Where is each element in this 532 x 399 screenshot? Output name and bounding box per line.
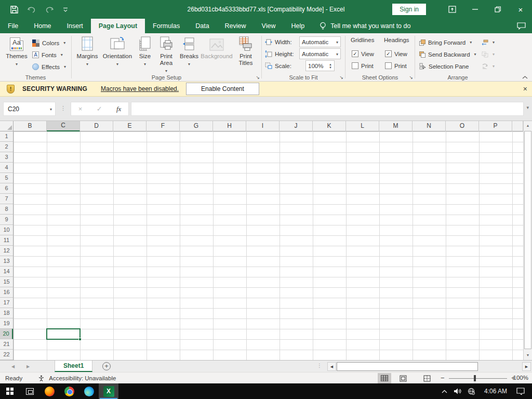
page-layout-view-button[interactable] bbox=[396, 373, 410, 383]
row-header-1[interactable]: 1 bbox=[0, 131, 13, 142]
close-button[interactable]: × bbox=[509, 0, 532, 19]
scale-spinner[interactable]: 100% ▲▼ bbox=[305, 60, 335, 71]
new-sheet-button[interactable]: + bbox=[102, 362, 111, 370]
taskbar-edge[interactable] bbox=[79, 383, 99, 399]
taskbar-excel[interactable]: X bbox=[99, 383, 118, 399]
row-header-22[interactable]: 22 bbox=[0, 350, 13, 360]
page-break-preview-button[interactable] bbox=[420, 373, 434, 383]
theme-colors-button[interactable]: Colors▾ bbox=[32, 37, 65, 48]
zoom-slider[interactable] bbox=[449, 378, 507, 379]
row-header-3[interactable]: 3 bbox=[0, 152, 13, 163]
column-header-O[interactable]: O bbox=[446, 121, 479, 131]
row-header-13[interactable]: 13 bbox=[0, 256, 13, 267]
row-header-19[interactable]: 19 bbox=[0, 318, 13, 329]
select-all-corner[interactable] bbox=[0, 121, 14, 131]
comments-icon[interactable] bbox=[517, 19, 526, 33]
sheet-tab-sheet1[interactable]: Sheet1 bbox=[55, 361, 92, 372]
accessibility-status[interactable]: Accessibility: Unavailable bbox=[49, 375, 116, 381]
row-header-2[interactable]: 2 bbox=[0, 142, 13, 152]
row-header-5[interactable]: 5 bbox=[0, 173, 13, 183]
selection-pane-button[interactable]: Selection Pane bbox=[419, 61, 469, 72]
print-titles-button[interactable]: Print Titles bbox=[234, 35, 258, 66]
row-header-15[interactable]: 15 bbox=[0, 277, 13, 287]
tab-help[interactable]: Help bbox=[283, 19, 312, 33]
row-header-12[interactable]: 12 bbox=[0, 246, 13, 256]
tab-strip-splitter[interactable]: ⋮ bbox=[317, 363, 322, 368]
row-header-10[interactable]: 10 bbox=[0, 225, 13, 235]
vertical-scrollbar[interactable]: ▲ ▼ bbox=[523, 121, 532, 360]
row-header-18[interactable]: 18 bbox=[0, 308, 13, 318]
size-button[interactable]: Size ▾ bbox=[135, 35, 155, 68]
align-button[interactable]: ▾ bbox=[482, 37, 495, 48]
sheet-nav-right-icon[interactable]: ▶ bbox=[26, 361, 30, 373]
name-box-dropdown-icon[interactable]: ▾ bbox=[50, 107, 52, 112]
column-header-F[interactable]: F bbox=[147, 121, 180, 131]
fill-handle[interactable] bbox=[78, 338, 82, 341]
taskbar-chrome[interactable] bbox=[59, 383, 79, 399]
scroll-down-icon[interactable]: ▼ bbox=[524, 351, 532, 360]
hidden-icons-chevron-icon[interactable] bbox=[442, 390, 447, 393]
column-header-C[interactable]: C bbox=[47, 121, 80, 131]
horizontal-scrollbar-thumb[interactable] bbox=[337, 362, 478, 371]
column-header-P[interactable]: P bbox=[479, 121, 512, 131]
volume-icon[interactable] bbox=[454, 388, 461, 394]
restore-button[interactable] bbox=[486, 0, 509, 19]
tab-formulas[interactable]: Formulas bbox=[145, 19, 188, 33]
row-header-7[interactable]: 7 bbox=[0, 194, 13, 204]
column-header-D[interactable]: D bbox=[80, 121, 113, 131]
task-view-button[interactable] bbox=[20, 383, 39, 399]
page-setup-dialog-launcher-icon[interactable]: ↘ bbox=[256, 75, 260, 80]
macros-disabled-link[interactable]: Macros have been disabled. bbox=[101, 85, 179, 92]
zoom-level[interactable]: 100% bbox=[513, 373, 528, 384]
row-header-17[interactable]: 17 bbox=[0, 298, 13, 308]
notifications-icon[interactable] bbox=[516, 388, 525, 395]
column-header-E[interactable]: E bbox=[113, 121, 147, 131]
network-icon[interactable] bbox=[468, 388, 475, 395]
normal-view-button[interactable] bbox=[378, 373, 391, 383]
headings-view-checkbox[interactable]: ✓ View bbox=[385, 48, 407, 59]
bring-forward-button[interactable]: Bring Forward▾ bbox=[419, 37, 472, 48]
tab-review[interactable]: Review bbox=[217, 19, 254, 33]
row-header-20[interactable]: 20 bbox=[0, 329, 13, 339]
column-header-H[interactable]: H bbox=[213, 121, 246, 131]
tell-me-box[interactable]: Tell me what you want to do bbox=[320, 19, 410, 33]
tab-page-layout[interactable]: Page Layout bbox=[91, 19, 145, 33]
name-box[interactable]: C20 ▾ bbox=[3, 102, 56, 116]
taskbar-firefox[interactable] bbox=[39, 383, 59, 399]
scale-height-dropdown[interactable]: Automatic▾ bbox=[299, 48, 341, 59]
expand-formula-bar-icon[interactable]: ▾ bbox=[526, 105, 529, 110]
send-backward-button[interactable]: Send Backward▾ bbox=[419, 49, 476, 60]
row-header-6[interactable]: 6 bbox=[0, 183, 13, 194]
zoom-out-icon[interactable]: − bbox=[441, 373, 445, 384]
security-bar-close-icon[interactable]: × bbox=[523, 85, 527, 93]
scroll-left-icon[interactable]: ◀ bbox=[327, 362, 336, 371]
vertical-scrollbar-thumb[interactable] bbox=[524, 131, 531, 349]
customize-quick-access-icon[interactable] bbox=[63, 7, 68, 12]
margins-button[interactable]: Margins ▾ bbox=[74, 35, 100, 68]
headings-print-checkbox[interactable]: Print bbox=[385, 60, 407, 71]
gridlines-print-checkbox[interactable]: Print bbox=[352, 60, 374, 71]
column-header-G[interactable]: G bbox=[180, 121, 213, 131]
sheet-nav-left-icon[interactable]: ◀ bbox=[11, 361, 15, 373]
minimize-button[interactable] bbox=[463, 0, 486, 19]
clock[interactable]: 4:06 AM bbox=[481, 388, 510, 395]
scale-width-dropdown[interactable]: Automatic▾ bbox=[299, 36, 341, 47]
row-header-16[interactable]: 16 bbox=[0, 287, 13, 298]
save-icon[interactable] bbox=[10, 6, 18, 14]
start-button[interactable] bbox=[0, 383, 20, 399]
selected-cell[interactable] bbox=[46, 328, 81, 340]
scale-to-fit-dialog-launcher-icon[interactable]: ↘ bbox=[339, 75, 343, 80]
undo-icon[interactable] bbox=[28, 6, 36, 13]
row-header-4[interactable]: 4 bbox=[0, 163, 13, 173]
tab-data[interactable]: Data bbox=[188, 19, 217, 33]
sheet-options-dialog-launcher-icon[interactable]: ↘ bbox=[409, 75, 413, 80]
row-header-14[interactable]: 14 bbox=[0, 267, 13, 277]
column-header-L[interactable]: L bbox=[346, 121, 379, 131]
column-header-B[interactable]: B bbox=[14, 121, 47, 131]
ribbon-display-options-icon[interactable] bbox=[441, 0, 463, 19]
row-header-11[interactable]: 11 bbox=[0, 235, 13, 246]
redo-icon[interactable] bbox=[45, 6, 54, 13]
themes-button[interactable]: Aa Themes ▾ bbox=[4, 35, 29, 68]
row-header-8[interactable]: 8 bbox=[0, 204, 13, 215]
collapse-ribbon-icon[interactable] bbox=[522, 76, 528, 79]
